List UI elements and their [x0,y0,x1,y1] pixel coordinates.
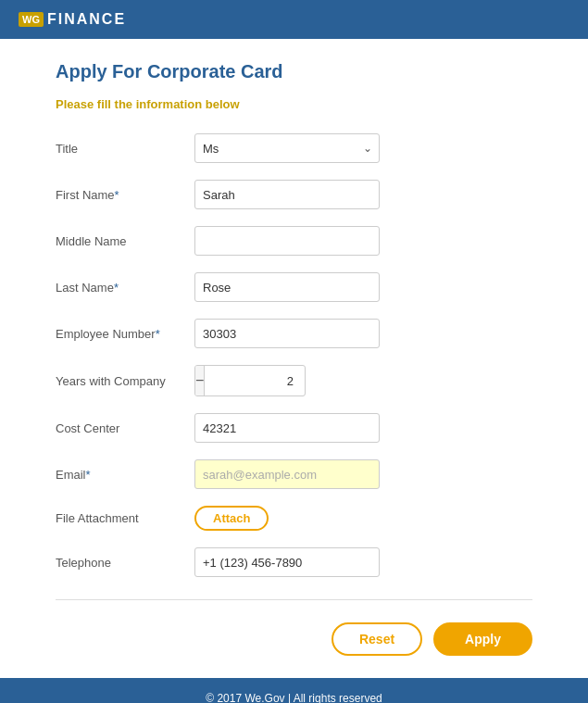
years-with-company-label: Years with Company [56,374,194,388]
telephone-label: Telephone [56,556,194,570]
logo-text: FINANCE [47,11,126,28]
cost-center-label: Cost Center [56,421,194,435]
footer-text: © 2017 We.Gov | All rights reserved [206,692,382,703]
title-select-wrapper: Ms Mr Mrs Dr ⌄ [194,133,380,163]
years-stepper-value[interactable] [205,374,306,388]
form-actions: Reset Apply [56,622,532,656]
first-name-row: First Name* [56,180,532,209]
logo-prefix: WG [19,12,44,27]
email-label: Email* [56,468,194,482]
title-row: Title Ms Mr Mrs Dr ⌄ [56,133,532,163]
employee-number-input[interactable] [194,319,380,348]
years-stepper: − + [194,365,306,396]
stepper-decrement-button[interactable]: − [195,366,205,395]
cost-center-input[interactable] [194,413,380,443]
middle-name-label: Middle Name [56,234,194,248]
reset-button[interactable]: Reset [332,622,422,656]
telephone-input[interactable] [194,547,380,577]
email-input[interactable] [194,459,380,489]
footer: © 2017 We.Gov | All rights reserved [0,678,588,703]
employee-number-row: Employee Number* [56,319,532,348]
logo: WG FINANCE [19,11,126,28]
apply-button[interactable]: Apply [433,622,532,656]
header: WG FINANCE [0,0,588,39]
title-label: Title [56,142,194,156]
form-subtitle: Please fill the information below [56,97,532,111]
last-name-label: Last Name* [56,281,194,295]
form-divider [56,599,532,600]
years-with-company-row: Years with Company − + [56,365,532,396]
telephone-row: Telephone [56,547,532,577]
first-name-input[interactable] [194,180,380,209]
file-attachment-row: File Attachment Attach [56,506,532,531]
page-title: Apply For Corporate Card [56,61,532,82]
middle-name-row: Middle Name [56,226,532,256]
file-attachment-label: File Attachment [56,511,194,525]
first-name-label: First Name* [56,188,194,202]
last-name-row: Last Name* [56,272,532,302]
cost-center-row: Cost Center [56,413,532,443]
last-name-input[interactable] [194,272,380,302]
attach-button[interactable]: Attach [194,506,269,531]
middle-name-input[interactable] [194,226,380,256]
main-content: Apply For Corporate Card Please fill the… [0,39,588,678]
employee-number-label: Employee Number* [56,327,194,341]
title-select[interactable]: Ms Mr Mrs Dr [194,133,380,163]
email-row: Email* [56,459,532,489]
